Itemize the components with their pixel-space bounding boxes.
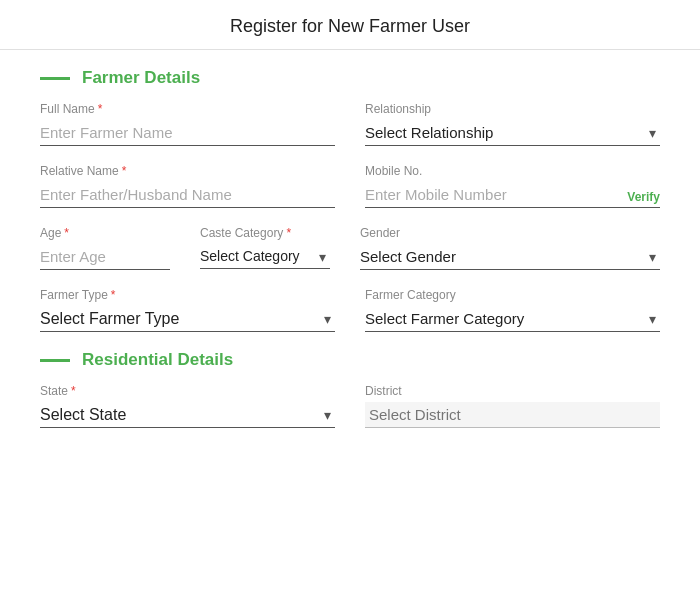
age-group: Age*	[40, 226, 170, 270]
fullname-input[interactable]	[40, 120, 335, 146]
farmertype-select-wrapper: Select Farmer Type ▾	[40, 306, 335, 332]
farmercategory-select[interactable]: Select Farmer Category	[365, 306, 660, 332]
farmertype-label: Farmer Type*	[40, 288, 335, 302]
row-fullname-relationship: Full Name* Relationship Select Relations…	[40, 102, 660, 146]
relationship-select-wrapper: Select Relationship ▾	[365, 120, 660, 146]
relativename-group: Relative Name*	[40, 164, 335, 208]
gender-select-wrapper: Select Gender ▾	[360, 244, 660, 270]
farmercategory-select-wrapper: Select Farmer Category ▾	[365, 306, 660, 332]
row-age-caste-gender: Age* Caste Category* Select Category ▾ G…	[40, 226, 660, 270]
relationship-label: Relationship	[365, 102, 660, 116]
gender-group: Gender Select Gender ▾	[360, 226, 660, 270]
caste-label: Caste Category*	[200, 226, 330, 240]
fullname-label: Full Name*	[40, 102, 335, 116]
state-label: State*	[40, 384, 335, 398]
state-required: *	[71, 384, 76, 398]
residential-details-title: Residential Details	[82, 350, 233, 370]
age-required: *	[64, 226, 69, 240]
caste-select[interactable]: Select Category	[200, 244, 330, 269]
farmertype-required: *	[111, 288, 116, 302]
state-group: State* Select State ▾	[40, 384, 335, 428]
verify-button[interactable]: Verify	[627, 190, 660, 204]
residential-details-section: Residential Details State* Select State …	[0, 350, 700, 428]
row-farmertype-farmercategory: Farmer Type* Select Farmer Type ▾ Farmer…	[40, 288, 660, 332]
age-label: Age*	[40, 226, 170, 240]
farmer-details-header: Farmer Details	[40, 68, 660, 88]
state-select-wrapper: Select State ▾	[40, 402, 335, 428]
district-label: District	[365, 384, 660, 398]
farmertype-select[interactable]: Select Farmer Type	[40, 306, 335, 332]
fullname-required: *	[98, 102, 103, 116]
mobile-label: Mobile No.	[365, 164, 660, 178]
gender-label: Gender	[360, 226, 660, 240]
district-group: District	[365, 384, 660, 428]
section-line-residential	[40, 359, 70, 362]
caste-required: *	[286, 226, 291, 240]
page-title: Register for New Farmer User	[0, 0, 700, 50]
relationship-group: Relationship Select Relationship ▾	[365, 102, 660, 146]
farmer-details-title: Farmer Details	[82, 68, 200, 88]
district-input[interactable]	[365, 402, 660, 428]
fullname-group: Full Name*	[40, 102, 335, 146]
mobile-input[interactable]	[365, 182, 660, 208]
farmercategory-label: Farmer Category	[365, 288, 660, 302]
mobile-group: Mobile No. Verify	[365, 164, 660, 208]
section-line-farmer	[40, 77, 70, 80]
relativename-required: *	[122, 164, 127, 178]
farmer-details-section: Farmer Details Full Name* Relationship S…	[0, 68, 700, 332]
age-input[interactable]	[40, 244, 170, 270]
state-select[interactable]: Select State	[40, 402, 335, 428]
relationship-select[interactable]: Select Relationship	[365, 120, 660, 146]
row-relativename-mobile: Relative Name* Mobile No. Verify	[40, 164, 660, 208]
farmertype-group: Farmer Type* Select Farmer Type ▾	[40, 288, 335, 332]
gender-select[interactable]: Select Gender	[360, 244, 660, 270]
caste-select-wrapper: Select Category ▾	[200, 244, 330, 269]
relativename-label: Relative Name*	[40, 164, 335, 178]
residential-details-header: Residential Details	[40, 350, 660, 370]
farmercategory-group: Farmer Category Select Farmer Category ▾	[365, 288, 660, 332]
row-state-district: State* Select State ▾ District	[40, 384, 660, 428]
relativename-input[interactable]	[40, 182, 335, 208]
caste-group: Caste Category* Select Category ▾	[200, 226, 330, 270]
